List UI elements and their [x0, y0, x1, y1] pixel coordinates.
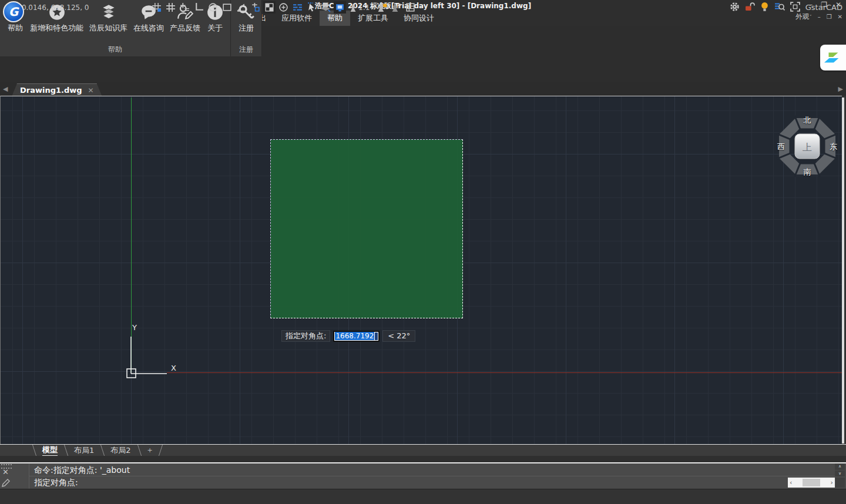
layout-tab-model[interactable]: 模型: [34, 445, 66, 456]
scroll-left-icon[interactable]: ‹: [790, 479, 792, 486]
app-logo-icon[interactable]: G: [3, 1, 24, 22]
object-snap-toggle[interactable]: [249, 1, 261, 14]
scrollbar-corner: [835, 478, 845, 488]
dynamic-ucs-toggle[interactable]: [221, 1, 233, 14]
command-edit-icon: [2, 479, 10, 489]
lineweight-toggle[interactable]: [291, 1, 304, 14]
x-axis-line: [167, 372, 842, 373]
view-cube-north[interactable]: 北: [776, 115, 839, 126]
annotation-visibility-toggle[interactable]: [376, 1, 388, 14]
command-horizontal-scrollbar[interactable]: ‹ ›: [788, 478, 835, 488]
crossing-selection-window: [270, 139, 463, 318]
layout-tab-bar: 模型 布局1 布局2 +: [0, 444, 846, 456]
command-prompt-line[interactable]: 指定对角点:: [34, 478, 78, 488]
command-history-line: 命令:指定对角点: '_about: [34, 465, 130, 476]
application-window: G ˅ ˅ 二维草图 ▾ ▾ 浩辰CAD 2024 标准版[Trial day …: [0, 0, 846, 504]
register-panel-label: 注册: [231, 44, 261, 56]
brand-label: GstarCAD: [805, 3, 842, 12]
appearance-dropdown-icon: ˅: [810, 15, 812, 20]
layout-tab-add[interactable]: +: [139, 445, 161, 456]
dynamic-input-prompt: 指定对角点:: [281, 330, 330, 342]
fullscreen-icon[interactable]: [790, 2, 800, 14]
document-tab-close-icon[interactable]: ✕: [88, 86, 94, 95]
annotation-scale-control[interactable]: 1:1 ˅: [348, 1, 374, 14]
command-line-panel: ✕ 命令:指定对角点: '_about 指定对角点: ∧ ∨ ‹ ›: [0, 462, 846, 489]
status-bar: [0, 489, 846, 504]
document-tab-label: Drawing1.dwg: [20, 86, 82, 95]
ucs-x-label: X: [171, 364, 176, 372]
settings-gear-icon[interactable]: [730, 2, 740, 14]
hatch-display-toggle[interactable]: [263, 1, 276, 14]
grid-display-toggle[interactable]: [164, 1, 177, 14]
ortho-mode-toggle[interactable]: [193, 1, 205, 14]
scroll-right-icon[interactable]: ›: [831, 479, 833, 486]
lamp-icon[interactable]: [760, 2, 769, 14]
dynamic-input-field[interactable]: 1668.7192: [333, 331, 380, 342]
annotation-person-icon: [349, 3, 357, 12]
workspace-switch-toggle[interactable]: [404, 1, 417, 14]
document-tab-bar: [0, 82, 846, 96]
isometric-draft-toggle[interactable]: [235, 1, 247, 14]
knowledge-base-button[interactable]: 浩辰知识库: [86, 2, 130, 35]
quick-properties-toggle[interactable]: [334, 1, 346, 14]
layout-tab-layout1[interactable]: 布局1: [66, 445, 102, 456]
annotation-scale-dropdown-icon: ˅: [371, 5, 373, 10]
dynamic-input-angle: < 22°: [382, 330, 415, 342]
polar-tracking-toggle[interactable]: [207, 1, 219, 14]
scroll-down-icon[interactable]: ∨: [835, 471, 845, 477]
layer-isolate-toggle[interactable]: [320, 1, 332, 14]
selection-cycling-toggle[interactable]: [306, 1, 318, 14]
view-cube-top[interactable]: 上: [776, 142, 839, 154]
scroll-up-icon[interactable]: ∧: [835, 463, 845, 470]
command-vertical-scrollbar[interactable]: ∧ ∨: [835, 463, 845, 476]
command-line-rail: ✕: [0, 463, 29, 489]
view-cube[interactable]: 北 南 西 东 上: [776, 115, 839, 178]
annotation-scale-value: 1:1: [358, 4, 370, 12]
ucs-y-label: Y: [132, 323, 137, 332]
status-right-controls: GstarCAD: [730, 0, 842, 15]
logo-letter: G: [9, 5, 18, 19]
drawing-canvas[interactable]: Y X 指定对角点: 1668.7192 < 22°: [0, 96, 842, 444]
auto-annotation-scale-toggle[interactable]: [390, 1, 402, 14]
view-cube-south[interactable]: 南: [776, 167, 839, 177]
command-line-separator: [29, 476, 835, 476]
layout-tab-layout2[interactable]: 布局2: [102, 445, 139, 456]
canvas-vertical-scrollbar[interactable]: [842, 98, 844, 443]
status-toggles: 1:1 ˅: [150, 0, 417, 15]
command-close-icon[interactable]: ✕: [2, 468, 9, 476]
books-stack-icon: [100, 4, 118, 21]
scrollbar-thumb[interactable]: [803, 479, 820, 486]
ucs-icon: [118, 322, 186, 381]
command-area-gap: [0, 456, 846, 462]
dynamic-input-toggle[interactable]: [277, 1, 290, 14]
dynamic-input: 指定对角点: 1668.7192 < 22°: [281, 330, 415, 342]
dynamic-input-value: 1668.7192: [335, 332, 374, 340]
text-caret: [375, 332, 378, 340]
snap-mode-toggle[interactable]: [150, 1, 163, 14]
snap-settings-toggle[interactable]: [179, 1, 191, 14]
assistant-launcher-icon[interactable]: [820, 45, 846, 70]
doc-tabs-scroll-left-icon[interactable]: ◀: [3, 85, 8, 93]
help-panel-label: 帮助: [0, 44, 230, 56]
doc-tabs-scroll-right-icon[interactable]: ▶: [838, 85, 843, 93]
find-zoom-icon[interactable]: [774, 2, 785, 14]
document-tab[interactable]: Drawing1.dwg ✕: [12, 83, 102, 96]
unlock-icon[interactable]: [745, 2, 755, 14]
